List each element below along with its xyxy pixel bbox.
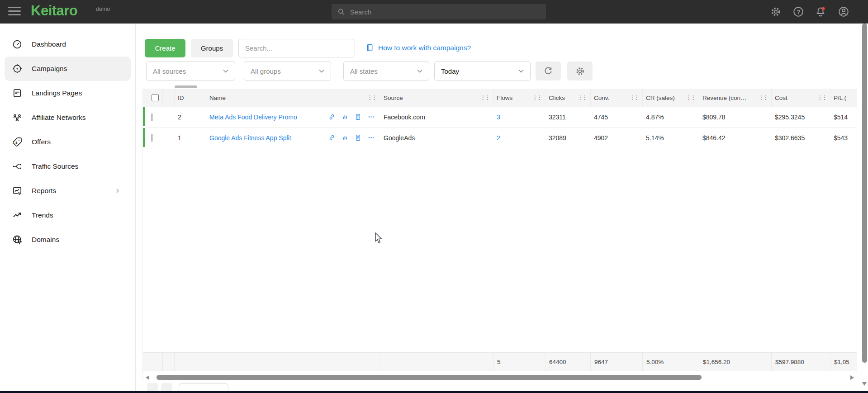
chevron-down-icon [223, 69, 228, 73]
horizontal-scrollbar[interactable] [143, 374, 857, 381]
drag-handle-icon[interactable]: ⋮⋮ [686, 95, 695, 101]
help-icon[interactable]: ? [792, 6, 804, 18]
link-icon[interactable] [328, 134, 336, 142]
row-checkbox[interactable] [152, 134, 152, 142]
svg-text:$: $ [15, 141, 18, 145]
table-row[interactable]: 1 Google Ads Fitness App Split GoogleAds… [143, 128, 857, 148]
notification-dot [822, 7, 825, 10]
window-edge [0, 391, 868, 393]
search-icon [337, 7, 346, 16]
refresh-button[interactable] [536, 62, 561, 80]
column-header-flows[interactable]: Flows⋮⋮ [493, 89, 545, 107]
refresh-icon [543, 66, 553, 76]
drag-handle-icon[interactable]: ⋮⋮ [759, 95, 768, 101]
totals-conv: 9647 [591, 353, 643, 371]
drag-handle-icon[interactable]: ⋮⋮ [578, 95, 587, 101]
sidebar-item-domains[interactable]: Domains [5, 227, 131, 252]
stats-icon[interactable] [341, 134, 349, 142]
campaigns-table: ID Name⋮⋮ Source⋮⋮ Flows⋮⋮ Clicks⋮⋮ Conv… [142, 89, 857, 381]
log-icon[interactable] [354, 113, 362, 121]
domains-icon [12, 234, 23, 245]
flows-link[interactable]: 3 [497, 114, 500, 121]
sidebar-item-campaigns[interactable]: Campaigns [5, 57, 131, 81]
column-header-pl[interactable]: P/L ( [830, 89, 858, 107]
sidebar: Dashboard Campaigns Landings Pages Affil… [0, 24, 136, 393]
campaign-name-link[interactable]: Meta Ads Food Delivery Promo [209, 114, 297, 121]
menu-icon[interactable] [8, 7, 21, 17]
column-header-cost[interactable]: Cost⋮⋮ [772, 89, 830, 107]
settings-icon[interactable] [770, 6, 782, 18]
notifications-icon[interactable] [815, 6, 826, 18]
table-totals-row: 5 64400 9647 5.00% $1,656.20 $597.9880 $… [143, 352, 857, 371]
totals-clicks: 64400 [545, 353, 591, 371]
log-icon[interactable] [354, 134, 362, 142]
column-header-clicks[interactable]: Clicks⋮⋮ [545, 89, 591, 107]
conv-value: 4745 [591, 114, 643, 121]
row-checkbox[interactable] [152, 114, 152, 121]
sidebar-item-traffic-sources[interactable]: Traffic Sources [5, 154, 131, 179]
sources-filter[interactable]: All sources [146, 61, 235, 81]
drag-handle-icon[interactable]: ⋮⋮ [367, 95, 376, 101]
more-icon[interactable] [367, 113, 375, 121]
campaign-id: 2 [175, 114, 206, 121]
chevron-right-icon [114, 188, 121, 194]
global-search-input[interactable] [350, 8, 541, 16]
revenue-value: $809.78 [699, 114, 772, 121]
column-header-conv[interactable]: Conv.⋮⋮ [591, 89, 643, 107]
column-header-source[interactable]: Source⋮⋮ [380, 89, 493, 107]
totals-flows: 5 [493, 353, 545, 371]
horizontal-scrollbar-thumb[interactable] [157, 375, 702, 380]
drag-handle-icon[interactable]: ⋮⋮ [630, 95, 639, 101]
column-header-revenue[interactable]: Revenue (con…⋮⋮ [699, 89, 772, 107]
help-link[interactable]: How to work with campaigns? [365, 43, 471, 52]
column-header-cr-sales[interactable]: CR (sales)⋮⋮ [643, 89, 699, 107]
global-search[interactable] [332, 4, 546, 19]
trends-icon [12, 210, 23, 221]
traffic-sources-icon [12, 161, 23, 172]
campaign-search-input[interactable] [238, 39, 355, 57]
stats-icon[interactable] [341, 113, 349, 121]
vertical-scrollbar-thumb[interactable] [862, 24, 867, 363]
drag-handle-icon[interactable]: ⋮⋮ [532, 95, 541, 101]
select-all-checkbox[interactable] [152, 94, 159, 101]
table-row[interactable]: 2 Meta Ads Food Delivery Promo Facebook.… [143, 107, 857, 128]
scroll-left-arrow[interactable] [146, 375, 149, 380]
more-icon[interactable] [367, 134, 375, 142]
campaign-name-link[interactable]: Google Ads Fitness App Split [209, 134, 291, 142]
flows-link[interactable]: 2 [497, 134, 500, 142]
totals-cost: $597.9880 [772, 353, 830, 371]
table-header: ID Name⋮⋮ Source⋮⋮ Flows⋮⋮ Clicks⋮⋮ Conv… [143, 89, 857, 107]
offers-icon: $ [12, 137, 23, 147]
status-column-header [163, 89, 175, 107]
groups-filter[interactable]: All groups [244, 61, 331, 81]
table-top-scrollbar[interactable] [175, 85, 197, 88]
scroll-down-arrow[interactable] [862, 382, 867, 386]
account-icon[interactable] [838, 6, 849, 18]
revenue-value: $846.42 [699, 134, 772, 142]
landings-pages-icon [12, 88, 23, 99]
vertical-scrollbar[interactable] [861, 24, 868, 393]
sidebar-item-trends[interactable]: Trends [5, 203, 131, 227]
totals-revenue: $1,656.20 [699, 353, 772, 371]
column-header-id[interactable]: ID [175, 89, 206, 107]
table-settings-button[interactable] [567, 62, 593, 80]
scroll-right-arrow[interactable] [850, 375, 854, 380]
link-icon[interactable] [328, 113, 336, 121]
sidebar-item-affiliate-networks[interactable]: Affiliate Networks [5, 105, 131, 130]
drag-handle-icon[interactable]: ⋮⋮ [480, 95, 489, 101]
sidebar-item-dashboard[interactable]: Dashboard [5, 32, 131, 57]
column-header-name[interactable]: Name⋮⋮ [206, 89, 380, 107]
campaigns-icon [12, 63, 23, 74]
cost-value: $302.6635 [772, 134, 830, 142]
drag-handle-icon[interactable]: ⋮⋮ [817, 95, 826, 101]
date-range-filter[interactable]: Today [434, 61, 531, 81]
sidebar-item-reports[interactable]: Reports [5, 179, 131, 203]
cost-value: $295.3245 [772, 114, 830, 121]
svg-text:?: ? [797, 9, 800, 15]
create-button[interactable]: Create [145, 39, 185, 57]
groups-button[interactable]: Groups [191, 39, 233, 57]
chevron-down-icon [319, 69, 324, 73]
sidebar-item-offers[interactable]: $ Offers [5, 130, 131, 154]
sidebar-item-landings-pages[interactable]: Landings Pages [5, 81, 131, 105]
states-filter[interactable]: All states [343, 61, 429, 81]
